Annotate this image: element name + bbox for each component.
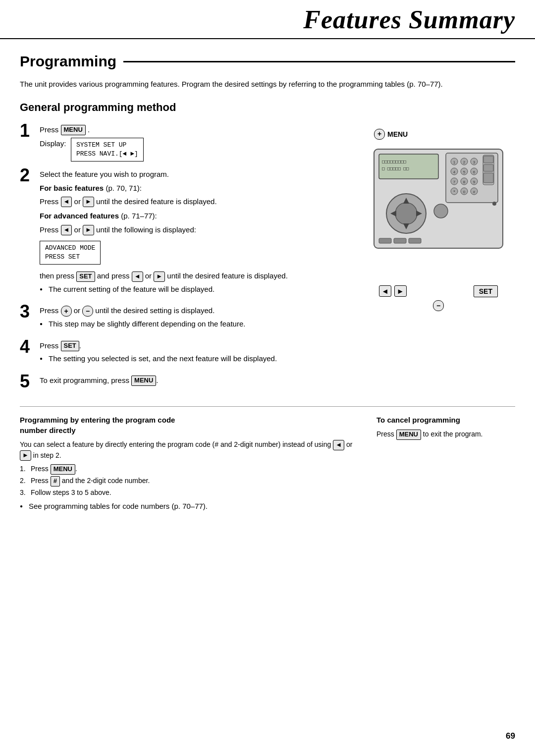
two-column-layout: 1 Press MENU . Display: SYSTEM SET UP PR… bbox=[20, 124, 515, 397]
menu-button-label-1: MENU bbox=[61, 125, 86, 135]
bottom-left-section: Programming by entering the program code… bbox=[20, 415, 357, 515]
set-button-label-2: SET bbox=[76, 271, 95, 282]
step-1-number: 1 bbox=[20, 122, 40, 140]
nav-right-btn-device: ► bbox=[394, 285, 407, 297]
svg-rect-40 bbox=[379, 238, 391, 243]
step-1-content: Press MENU . Display: SYSTEM SET UP PRES… bbox=[40, 124, 352, 162]
display-box-1: SYSTEM SET UP PRESS NAVI.[◄ ►] bbox=[71, 138, 144, 162]
main-content: Programming The unit provides various pr… bbox=[0, 39, 535, 530]
svg-text:3: 3 bbox=[473, 160, 476, 164]
advanced-display-box: ADVANCED MODE PRESS SET bbox=[40, 238, 352, 267]
bottom-left-steps: 1. Press MENU. 2. Press # and the 2-digi… bbox=[20, 464, 357, 497]
minus-button-label-3: − bbox=[82, 306, 93, 317]
programming-heading: Programming bbox=[20, 53, 116, 70]
nav-left-btn-2b: ◄ bbox=[61, 225, 72, 235]
step-4-number: 4 bbox=[20, 338, 40, 356]
svg-point-34 bbox=[395, 203, 417, 224]
step-4: 4 Press SET. The setting you selected is… bbox=[20, 340, 352, 368]
svg-text:1: 1 bbox=[453, 160, 456, 164]
step-4-content: Press SET. The setting you selected is s… bbox=[40, 340, 352, 368]
step-3-bullets: This step may be slightly different depe… bbox=[40, 319, 352, 330]
display-label: Display: bbox=[40, 138, 67, 149]
heading-line bbox=[123, 61, 515, 62]
svg-rect-30 bbox=[483, 156, 493, 163]
set-button-device: SET bbox=[474, 285, 498, 297]
svg-text:9: 9 bbox=[473, 180, 476, 184]
hash-btn-bottom: # bbox=[51, 476, 60, 486]
bottom-step-1: 1. Press MENU. bbox=[20, 464, 357, 475]
step-2: 2 Select the feature you wish to program… bbox=[20, 168, 352, 298]
bottom-left-heading: Programming by entering the program code… bbox=[20, 415, 357, 435]
svg-text:*: * bbox=[453, 189, 455, 194]
bottom-right-text: Press MENU to exit the program. bbox=[376, 429, 515, 440]
svg-text:□□□□□□□□□: □□□□□□□□□ bbox=[382, 159, 406, 164]
step-2-bullets: The current setting of the feature will … bbox=[40, 284, 352, 295]
bottom-step-3: 3. Follow steps 3 to 5 above. bbox=[20, 487, 357, 498]
svg-text:5: 5 bbox=[463, 170, 466, 174]
page-header: Features Summary bbox=[0, 0, 535, 39]
nav-left-btn-device: ◄ bbox=[379, 285, 391, 297]
svg-point-39 bbox=[434, 204, 448, 218]
step-3: 3 Press + or − until the desired setting… bbox=[20, 305, 352, 333]
bottom-left-bullets: See programming tables for code numbers … bbox=[20, 501, 357, 512]
section-heading: Programming bbox=[20, 53, 515, 70]
menu-btn-bottom-1: MENU bbox=[51, 464, 75, 475]
basic-features-label: For basic features bbox=[40, 184, 104, 192]
bottom-step-2: 2. Press # and the 2-digit code number. bbox=[20, 476, 357, 486]
bottom-left-intro: You can select a feature by directly ent… bbox=[20, 439, 357, 461]
svg-text:7: 7 bbox=[453, 180, 456, 184]
svg-point-43 bbox=[492, 202, 496, 206]
svg-rect-42 bbox=[409, 238, 421, 243]
svg-text:2: 2 bbox=[463, 160, 466, 164]
svg-rect-31 bbox=[483, 164, 493, 171]
svg-rect-41 bbox=[394, 238, 406, 243]
advanced-features-label: For advanced features bbox=[40, 212, 119, 220]
steps-column: 1 Press MENU . Display: SYSTEM SET UP PR… bbox=[20, 124, 362, 397]
nav-right-btn-bottom: ► bbox=[20, 450, 31, 461]
page-number: 69 bbox=[506, 731, 515, 741]
device-bottom-labels: ◄ ► SET bbox=[379, 285, 498, 297]
plus-button-label-3: + bbox=[61, 306, 72, 317]
svg-text:8: 8 bbox=[463, 180, 466, 184]
nav-right-btn-2a: ► bbox=[83, 197, 94, 207]
nav-left-btn-2a: ◄ bbox=[61, 197, 72, 207]
device-illustration: □□□□□□□□□ □ □□□□□ □□ 1 2 3 4 5 6 bbox=[369, 142, 508, 290]
nav-right-btn-2c: ► bbox=[154, 271, 165, 282]
svg-text:4: 4 bbox=[453, 170, 456, 174]
step-4-bullet-1: The setting you selected is set, and the… bbox=[40, 353, 352, 365]
bottom-right-section: To cancel programming Press MENU to exit… bbox=[376, 415, 515, 515]
step-5-content: To exit programming, press MENU. bbox=[40, 375, 352, 388]
menu-label-device: MENU bbox=[387, 130, 408, 138]
svg-text:□ □□□□□ □□: □ □□□□□ □□ bbox=[382, 166, 409, 171]
sub-heading: General programming method bbox=[20, 101, 515, 114]
bottom-section: Programming by entering the program code… bbox=[20, 415, 515, 515]
nav-right-btn-2b: ► bbox=[83, 225, 94, 235]
bottom-bullet-1: See programming tables for code numbers … bbox=[20, 501, 357, 512]
svg-text:6: 6 bbox=[473, 170, 476, 174]
page-title: Features Summary bbox=[303, 5, 515, 34]
menu-btn-bottom-right: MENU bbox=[396, 430, 421, 440]
svg-text:0: 0 bbox=[463, 190, 466, 194]
step-2-content: Select the feature you wish to program. … bbox=[40, 168, 352, 298]
menu-button-label-5: MENU bbox=[131, 376, 156, 386]
step-3-content: Press + or − until the desired setting i… bbox=[40, 305, 352, 333]
intro-paragraph: The unit provides various programming fe… bbox=[20, 79, 515, 90]
step-4-bullets: The setting you selected is set, and the… bbox=[40, 353, 352, 365]
plus-button-device: + bbox=[374, 129, 385, 140]
svg-rect-32 bbox=[483, 173, 493, 183]
nav-left-btn-bottom: ◄ bbox=[333, 440, 344, 450]
step-3-number: 3 bbox=[20, 303, 40, 321]
device-top-labels: + MENU bbox=[374, 129, 503, 140]
set-button-label-4: SET bbox=[61, 341, 79, 351]
device-column: + MENU □□□□□□□□□ □ □□□□□ □□ 1 bbox=[362, 124, 515, 397]
bottom-right-heading: To cancel programming bbox=[376, 415, 515, 425]
step-1: 1 Press MENU . Display: SYSTEM SET UP PR… bbox=[20, 124, 352, 162]
step-3-bullet-1: This step may be slightly different depe… bbox=[40, 319, 352, 330]
minus-button-device: − bbox=[433, 300, 444, 311]
step-2-number: 2 bbox=[20, 166, 40, 184]
nav-left-btn-2c: ◄ bbox=[132, 271, 143, 282]
section-divider bbox=[20, 406, 515, 407]
step-5: 5 To exit programming, press MENU. bbox=[20, 375, 352, 390]
step-2-bullet-1: The current setting of the feature will … bbox=[40, 284, 352, 295]
step-1-text: Press bbox=[40, 125, 61, 134]
